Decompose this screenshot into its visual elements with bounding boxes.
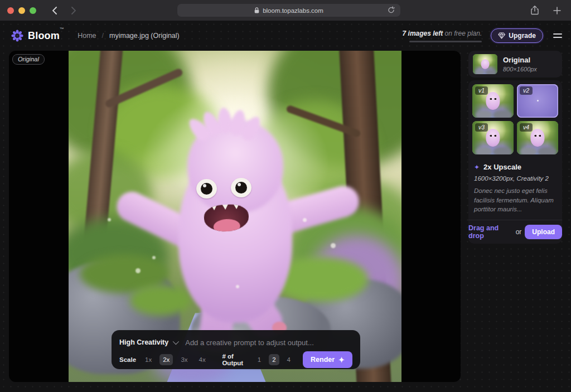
results-sidebar: Original 800×1600px v1 v2 v3 <box>468 51 562 244</box>
monster-eye-left <box>196 179 217 199</box>
quota-text: 7 images left on free plan. <box>403 30 482 37</box>
version-thumbnail-v4[interactable]: v4 <box>517 121 558 154</box>
lock-icon <box>254 7 259 13</box>
gem-icon <box>498 32 505 39</box>
version-label: v1 <box>475 86 488 95</box>
reload-icon[interactable] <box>388 6 395 14</box>
quota-indicator: 7 images left on free plan. <box>403 30 482 42</box>
bloom-logo[interactable]: Bloom™ <box>11 30 64 42</box>
versions-panel: v1 v2 v3 v4 ✦ 2x Upscale <box>468 80 562 244</box>
upload-row: Drag and drop or Upload <box>468 220 562 244</box>
version-thumbnail-v3[interactable]: v3 <box>472 121 514 154</box>
quota-progress-bar <box>409 41 482 42</box>
browser-chrome: bloom.topazlabs.com <box>0 0 571 21</box>
render-button[interactable]: Render ✦ <box>303 351 352 368</box>
address-bar[interactable]: bloom.topazlabs.com <box>177 4 400 17</box>
breadcrumb-home[interactable]: Home <box>78 32 96 40</box>
version-thumbnail-v2[interactable]: v2 <box>517 84 558 118</box>
result-description: Donec nec justo eget felis facilisis fer… <box>474 186 557 214</box>
monster-eye-right <box>231 178 251 197</box>
original-dimensions: 800×1600px <box>503 66 537 72</box>
forward-icon[interactable] <box>69 6 79 16</box>
brand-name: Bloom™ <box>28 30 64 42</box>
original-title: Original <box>503 56 537 64</box>
drag-drop-link[interactable]: Drag and drop <box>468 224 512 240</box>
prompt-input[interactable] <box>185 338 352 347</box>
back-icon[interactable] <box>50 6 60 16</box>
version-thumbnail-v1[interactable]: v1 <box>472 84 514 118</box>
or-text: or <box>516 228 522 236</box>
original-thumbnail <box>473 54 497 74</box>
bloom-flower-icon <box>11 30 23 42</box>
breadcrumb-file: myimage.jpg (Original) <box>109 32 180 40</box>
output-option-4[interactable]: 4 <box>284 354 294 365</box>
upgrade-button[interactable]: Upgrade <box>491 28 543 43</box>
close-window-button[interactable] <box>7 7 14 14</box>
diamond-icon: ✦ <box>474 163 480 171</box>
creativity-dropdown[interactable]: High Creativity <box>119 338 177 346</box>
chevron-down-icon <box>173 338 179 345</box>
upload-button[interactable]: Upload <box>525 225 562 239</box>
version-label: v4 <box>520 123 533 132</box>
image-canvas: Original <box>9 51 461 382</box>
output-option-1[interactable]: 1 <box>254 354 264 365</box>
result-title: 2x Upscale <box>483 163 521 171</box>
output-option-2[interactable]: 2 <box>269 354 279 365</box>
menu-icon[interactable] <box>552 33 562 37</box>
bloom-app: Bloom™ Home / myimage.jpg (Original) 7 i… <box>0 21 571 392</box>
prompt-toolbar: High Creativity Scale 1x 2x 3x 4x # of O… <box>112 330 360 369</box>
scale-option-2x[interactable]: 2x <box>159 354 173 365</box>
scale-option-3x[interactable]: 3x <box>177 354 191 365</box>
breadcrumb: Home / myimage.jpg (Original) <box>78 32 180 40</box>
result-meta: 1600×3200px, Creativity 2 <box>474 175 557 182</box>
output-count-label: # of Output <box>222 353 248 366</box>
minimize-window-button[interactable] <box>18 7 25 14</box>
version-label: v3 <box>475 123 488 132</box>
version-label: v2 <box>520 86 533 95</box>
window-controls <box>7 7 36 14</box>
scale-label: Scale <box>119 356 136 363</box>
original-view-badge[interactable]: Original <box>12 54 45 65</box>
share-icon[interactable] <box>531 6 539 15</box>
breadcrumb-separator: / <box>102 32 104 40</box>
url-text: bloom.topazlabs.com <box>263 7 323 14</box>
scale-option-4x[interactable]: 4x <box>196 354 209 365</box>
zoom-window-button[interactable] <box>30 7 36 14</box>
scale-option-1x[interactable]: 1x <box>142 354 155 365</box>
sparkle-icon: ✦ <box>338 356 345 364</box>
original-image-card[interactable]: Original 800×1600px <box>468 51 562 78</box>
new-tab-icon[interactable] <box>553 7 561 14</box>
version-grid: v1 v2 v3 v4 <box>468 80 562 158</box>
result-info: ✦ 2x Upscale 1600×3200px, Creativity 2 D… <box>468 158 562 220</box>
trademark: ™ <box>60 27 64 32</box>
pink-monster <box>146 117 325 356</box>
app-header: Bloom™ Home / myimage.jpg (Original) 7 i… <box>0 21 571 51</box>
